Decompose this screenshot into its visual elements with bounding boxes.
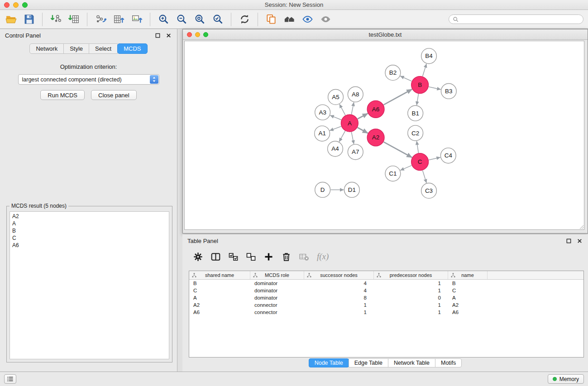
export-table-icon[interactable]	[110, 12, 128, 27]
edge-C-C4[interactable]	[429, 157, 440, 160]
node-B3[interactable]: B3	[441, 84, 456, 99]
close-table-panel-icon[interactable]	[576, 237, 583, 244]
edge-B-B3[interactable]	[429, 87, 441, 90]
node-A4[interactable]: A4	[328, 141, 343, 157]
select-all-icon[interactable]	[225, 249, 242, 264]
table-cell[interactable]: A6	[189, 309, 250, 316]
criterion-dropdown[interactable]: largest connected component (directed)	[18, 74, 159, 85]
column-header-successor-nodes[interactable]: successor nodes	[304, 271, 374, 279]
edge-B-B2[interactable]	[400, 76, 411, 81]
memory-button[interactable]: Memory	[548, 374, 584, 384]
deselect-all-icon[interactable]	[243, 249, 259, 264]
table-cell[interactable]: B	[448, 280, 488, 287]
function-builder-button[interactable]: f(x)	[317, 252, 329, 262]
table-row[interactable]: Cdominator41C	[189, 287, 583, 294]
column-header-name[interactable]: name	[448, 271, 488, 279]
save-session-icon[interactable]	[20, 12, 38, 27]
run-mcds-button[interactable]: Run MCDS	[40, 90, 85, 100]
node-A[interactable]: A	[341, 114, 358, 132]
result-list-item[interactable]: C	[10, 234, 169, 242]
minimize-window-button[interactable]	[13, 2, 19, 8]
edge-C-C2[interactable]	[416, 141, 418, 153]
table-cell[interactable]: A	[448, 294, 488, 301]
table-cell[interactable]: 1	[374, 301, 448, 309]
close-window-button[interactable]	[4, 2, 10, 8]
node-B4[interactable]: B4	[421, 48, 437, 64]
tab-motifs[interactable]: Motifs	[435, 358, 462, 367]
node-A8[interactable]: A8	[348, 87, 363, 102]
tab-select[interactable]: Select	[89, 43, 118, 54]
edge-A-A8[interactable]	[351, 102, 354, 114]
node-D1[interactable]: D1	[344, 182, 359, 198]
table-row[interactable]: A6connector11A6	[189, 309, 583, 316]
refresh-icon[interactable]	[235, 12, 253, 27]
edge-B-B1[interactable]	[416, 94, 418, 105]
edge-A2-C[interactable]	[384, 142, 412, 157]
style-preview-icon[interactable]	[298, 12, 316, 27]
zoom-fit-icon[interactable]	[191, 12, 209, 27]
table-row[interactable]: A2connector11A2	[189, 301, 583, 309]
result-list-item[interactable]: A2	[10, 213, 169, 220]
table-cell[interactable]: 1	[304, 301, 374, 309]
result-list-item[interactable]: B	[10, 227, 169, 234]
table-cell[interactable]: 1	[374, 280, 448, 287]
node-B2[interactable]: B2	[385, 65, 401, 81]
table-cell[interactable]: A2	[189, 301, 250, 309]
close-panel-icon[interactable]	[165, 32, 172, 39]
table-cell[interactable]: A6	[448, 309, 488, 316]
zoom-selected-icon[interactable]	[209, 12, 227, 27]
table-cell[interactable]: C	[448, 287, 488, 294]
import-table-icon[interactable]	[65, 12, 83, 27]
gear-icon[interactable]	[190, 249, 206, 264]
tab-style[interactable]: Style	[63, 43, 89, 54]
close-network-window-button[interactable]	[187, 32, 192, 37]
show-all-icon[interactable]	[280, 12, 298, 27]
edge-C-C3[interactable]	[423, 171, 427, 183]
edge-A-A5[interactable]	[339, 104, 345, 115]
column-browser-icon[interactable]	[207, 249, 224, 264]
table-cell[interactable]: 1	[374, 309, 448, 316]
search-input[interactable]	[449, 14, 583, 24]
tab-edge-table[interactable]: Edge Table	[349, 358, 388, 367]
node-C2[interactable]: C2	[408, 125, 423, 141]
zoom-network-window-button[interactable]	[203, 32, 208, 37]
node-A3[interactable]: A3	[315, 105, 330, 120]
network-canvas[interactable]: B4B2BB3A5A8A6B1A3AC2A1A2A4A7C4CC1C3DD1	[184, 41, 584, 230]
resize-handle[interactable]	[578, 224, 584, 229]
clear-table-icon[interactable]	[296, 249, 312, 264]
export-image-icon[interactable]	[128, 12, 146, 27]
table-cell[interactable]: dominator	[250, 294, 304, 301]
close-panel-button[interactable]: Close panel	[91, 90, 137, 100]
table-cell[interactable]: 4	[304, 280, 374, 287]
table-cell[interactable]: B	[189, 280, 250, 287]
add-row-icon[interactable]	[260, 249, 277, 264]
table-cell[interactable]: connector	[250, 301, 304, 309]
table-cell[interactable]: A	[189, 294, 250, 301]
column-header-MCDS-role[interactable]: MCDS role	[250, 271, 304, 279]
table-cell[interactable]: 1	[304, 309, 374, 316]
import-network-icon[interactable]	[47, 12, 65, 27]
table-cell[interactable]: 1	[374, 287, 448, 294]
result-list-item[interactable]: A	[10, 220, 169, 227]
column-header-shared-name[interactable]: shared name	[189, 271, 250, 279]
node-A7[interactable]: A7	[348, 144, 363, 160]
node-A6[interactable]: A6	[367, 100, 384, 118]
table-cell[interactable]: 8	[304, 294, 374, 301]
table-cell[interactable]: C	[189, 287, 250, 294]
task-history-button[interactable]	[4, 374, 16, 384]
float-panel-icon[interactable]	[154, 32, 161, 39]
zoom-in-icon[interactable]	[154, 12, 172, 27]
table-cell[interactable]: connector	[250, 309, 304, 316]
edge-A6-B[interactable]	[384, 89, 412, 105]
edge-A-A1[interactable]	[330, 126, 341, 130]
table-cell[interactable]: dominator	[250, 280, 304, 287]
edge-A-A7[interactable]	[351, 132, 354, 144]
node-C[interactable]: C	[411, 153, 429, 171]
table-cell[interactable]: A2	[448, 301, 488, 309]
node-B[interactable]: B	[411, 76, 429, 94]
table-row[interactable]: Adominator80A	[189, 294, 583, 301]
node-A2[interactable]: A2	[367, 129, 384, 146]
delete-row-icon[interactable]	[278, 249, 295, 264]
zoom-out-icon[interactable]	[172, 12, 191, 27]
table-cell[interactable]: 4	[304, 287, 374, 294]
